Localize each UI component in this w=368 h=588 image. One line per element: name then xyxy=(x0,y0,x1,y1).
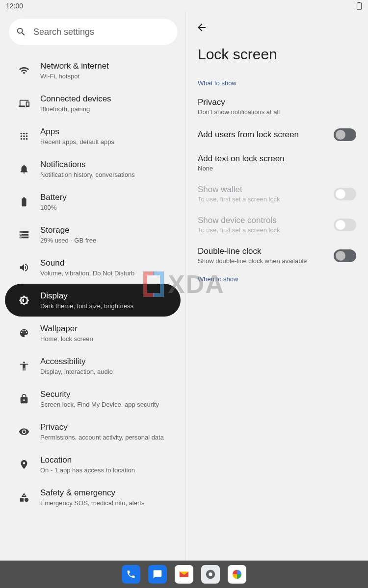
svg-rect-0 xyxy=(357,3,362,9)
sidebar-item-accessibility[interactable]: AccessibilityDisplay, interaction, audio xyxy=(5,349,181,382)
sidebar-item-connected[interactable]: Connected devicesBluetooth, pairing xyxy=(5,87,181,120)
sidebar-item-wallpaper[interactable]: WallpaperHome, lock screen xyxy=(5,317,181,349)
bell-icon xyxy=(18,164,30,174)
row-add-text[interactable]: Add text on lock screen None xyxy=(186,148,368,179)
svg-point-4 xyxy=(26,132,28,134)
settings-sidebar: Search settings Network & internetWi-Fi,… xyxy=(0,11,185,561)
sidebar-item-location[interactable]: LocationOn - 1 app has access to locatio… xyxy=(5,448,181,481)
page-title: Lock screen xyxy=(186,46,368,75)
svg-point-10 xyxy=(26,138,28,140)
status-bar: 12:00 xyxy=(0,0,368,11)
svg-point-8 xyxy=(21,138,23,140)
svg-point-2 xyxy=(21,132,23,134)
privacy-icon xyxy=(18,426,30,437)
sidebar-item-storage[interactable]: Storage29% used - GB free xyxy=(5,218,181,251)
dock xyxy=(0,561,368,588)
sidebar-item-sound[interactable]: SoundVolume, vibration, Do Not Disturb xyxy=(5,251,181,284)
brightness-icon xyxy=(18,295,30,306)
svg-rect-1 xyxy=(358,2,360,3)
sidebar-item-security[interactable]: SecurityScreen lock, Find My Device, app… xyxy=(5,382,181,415)
location-icon xyxy=(18,459,30,470)
sidebar-item-safety[interactable]: Safety & emergencyEmergency SOS, medical… xyxy=(5,481,181,514)
palette-icon xyxy=(18,328,30,339)
dock-phone[interactable] xyxy=(122,565,140,584)
status-time: 12:00 xyxy=(6,2,23,10)
toggle-add-users[interactable] xyxy=(334,128,356,141)
svg-point-11 xyxy=(23,361,25,363)
row-add-users[interactable]: Add users from lock screen xyxy=(186,122,368,148)
svg-point-6 xyxy=(23,135,25,137)
dock-photos[interactable] xyxy=(228,565,246,584)
search-placeholder: Search settings xyxy=(33,27,94,37)
dock-gmail[interactable] xyxy=(175,565,193,584)
section-when-to-show: When to show xyxy=(186,271,368,288)
sound-icon xyxy=(18,262,30,273)
sidebar-item-privacy[interactable]: PrivacyPermissions, account activity, pe… xyxy=(5,415,181,448)
sidebar-item-battery[interactable]: Battery100% xyxy=(5,185,181,218)
toggle-show-controls xyxy=(334,219,356,231)
lock-icon xyxy=(18,393,30,404)
sidebar-item-notifications[interactable]: NotificationsNotification history, conve… xyxy=(5,152,181,185)
battery-icon xyxy=(18,196,30,207)
back-button[interactable] xyxy=(196,26,208,35)
wifi-icon xyxy=(18,65,30,76)
sidebar-item-apps[interactable]: AppsRecent apps, default apps xyxy=(5,120,181,152)
svg-point-5 xyxy=(21,135,23,137)
status-icons xyxy=(356,2,362,10)
svg-point-13 xyxy=(209,572,212,576)
accessibility-icon xyxy=(18,361,30,371)
detail-pane: Lock screen What to show Privacy Don't s… xyxy=(185,11,368,561)
search-settings[interactable]: Search settings xyxy=(9,19,178,45)
section-what-to-show: What to show xyxy=(186,75,368,92)
row-show-wallet: Show wallet To use, first set a screen l… xyxy=(186,179,368,210)
devices-icon xyxy=(18,98,30,109)
svg-point-7 xyxy=(26,135,28,137)
apps-icon xyxy=(18,131,30,142)
svg-point-9 xyxy=(23,138,25,140)
row-privacy[interactable]: Privacy Don't show notifications at all xyxy=(186,92,368,122)
toggle-show-wallet xyxy=(334,188,356,200)
arrow-back-icon xyxy=(196,22,208,33)
battery-status-icon xyxy=(356,2,362,10)
emergency-icon xyxy=(18,492,30,503)
sidebar-item-display[interactable]: DisplayDark theme, font size, brightness xyxy=(5,284,181,317)
dock-messages[interactable] xyxy=(148,565,167,584)
toggle-double-clock[interactable] xyxy=(334,249,356,262)
dock-chrome[interactable] xyxy=(201,565,220,584)
storage-icon xyxy=(18,229,30,240)
search-icon xyxy=(16,26,26,37)
sidebar-item-network[interactable]: Network & internetWi-Fi, hotspot xyxy=(5,54,181,87)
svg-point-3 xyxy=(23,132,25,134)
row-double-clock[interactable]: Double-line clock Show double-line clock… xyxy=(186,241,368,271)
row-show-controls: Show device controls To use, first set a… xyxy=(186,210,368,241)
